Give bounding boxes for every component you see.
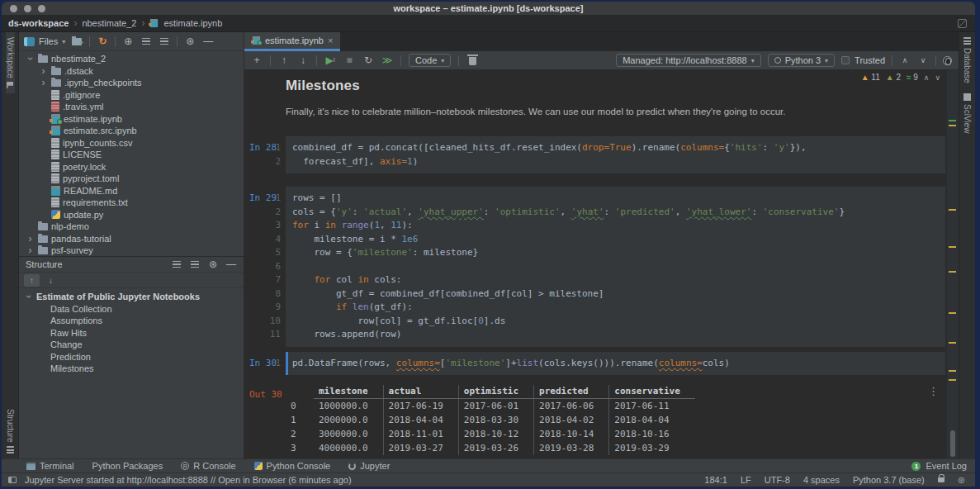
stripe-mark[interactable] <box>949 379 956 381</box>
close-window-icon[interactable] <box>10 5 17 12</box>
gear-icon[interactable]: ⊛ <box>958 475 965 486</box>
next-cell-icon[interactable]: ∨ <box>917 55 929 65</box>
file-tree-item[interactable]: ›pyproject.toml <box>19 173 244 185</box>
breadcrumb-workspace[interactable]: ds-workspace <box>8 18 69 28</box>
file-tree-item[interactable]: ›psf-survey <box>19 244 244 256</box>
chevron-icon[interactable]: › <box>25 292 33 301</box>
weak-warnings-indicator[interactable]: ▲ 2 <box>886 73 901 82</box>
locate-icon[interactable]: ⊕ <box>122 36 134 46</box>
workspace-tool-button[interactable]: Workspace <box>6 32 15 93</box>
chevron-icon[interactable]: › <box>26 235 35 243</box>
error-stripe[interactable] <box>947 70 959 458</box>
stripe-mark[interactable] <box>949 312 956 314</box>
sort-up-button[interactable]: ↑ <box>24 274 40 287</box>
breadcrumb-folder[interactable]: nbestimate_2 <box>82 18 136 28</box>
code-editor[interactable]: combined_df = pd.concat([cleaned_hits_df… <box>286 136 945 173</box>
stripe-mark[interactable] <box>949 246 956 248</box>
file-tree-item[interactable]: ›LICENSE <box>19 149 244 161</box>
stripe-mark[interactable] <box>949 125 956 126</box>
delete-cell-icon[interactable] <box>466 55 478 65</box>
tool-window-toggle-icon[interactable] <box>8 477 17 483</box>
structure-root-item[interactable]: ›Estimate of Public Jupyter Notebooks <box>19 291 244 303</box>
gear-icon[interactable]: ⊛ <box>207 259 219 269</box>
file-tree-item[interactable]: ›estimate.ipynb <box>19 113 244 126</box>
close-tab-icon[interactable]: × <box>328 36 333 45</box>
prev-cell-icon[interactable]: ∧ <box>899 55 911 65</box>
file-tree-item[interactable]: ›ipynb_counts.csv <box>19 137 244 150</box>
tool-window-r-console[interactable]: RR Console <box>181 461 235 471</box>
indent-style[interactable]: 4 spaces <box>803 475 840 485</box>
structure-item[interactable]: Prediction <box>19 351 244 363</box>
kernel-selector[interactable]: Python 3 ▾ <box>768 54 835 67</box>
tool-window-python-console[interactable]: Python Console <box>254 461 331 471</box>
caret-position[interactable]: 184:1 <box>704 475 727 485</box>
browser-preview-icon[interactable] <box>943 56 952 65</box>
line-ending[interactable]: LF <box>741 475 751 485</box>
breadcrumb-file[interactable]: estimate.ipynb <box>163 18 222 28</box>
trusted-toggle[interactable]: Trusted <box>841 55 885 65</box>
warnings-indicator[interactable]: ▲ 11 <box>861 73 880 82</box>
sync-icon[interactable]: ↻ <box>97 36 108 46</box>
tool-window-jupyter[interactable]: Jupyter <box>348 461 390 471</box>
expand-all-icon[interactable] <box>171 261 182 268</box>
run-all-icon[interactable]: ≫ <box>381 55 393 65</box>
file-tree-item[interactable]: ›README.md <box>19 185 244 197</box>
hide-panel-icon[interactable]: — <box>225 259 237 269</box>
stripe-mark[interactable] <box>949 271 956 273</box>
zoom-window-icon[interactable] <box>38 5 45 12</box>
run-cell-icon[interactable]: ▶I <box>324 55 336 65</box>
window-controls[interactable] <box>10 5 45 12</box>
interpreter-selector[interactable]: Python 3.7 (base) <box>853 475 925 485</box>
cell-type-selector[interactable]: Code▾ <box>409 54 451 67</box>
file-tree-item[interactable]: ›nlp-demo <box>19 221 244 233</box>
file-tree-item[interactable]: ›estimate.src.ipynb <box>19 125 244 137</box>
chevron-icon[interactable]: › <box>39 67 48 75</box>
prev-problem-icon[interactable]: ∧ <box>924 74 930 82</box>
file-tree-item[interactable]: ›.ipynb_checkpoints <box>19 77 244 89</box>
output-options-icon[interactable]: ⋮ <box>928 385 939 397</box>
sciview-tool-button[interactable]: SciView <box>963 88 972 138</box>
server-selector[interactable]: Managed: http://localhost:8888 ▾ <box>616 54 760 67</box>
database-tool-button[interactable]: Database <box>963 32 972 88</box>
structure-item[interactable]: Data Collection <box>19 303 244 316</box>
minimize-window-icon[interactable] <box>24 5 31 12</box>
structure-item[interactable]: Milestones <box>19 363 244 375</box>
add-cell-icon[interactable]: + <box>251 55 263 65</box>
typos-indicator[interactable]: ≈ 9 <box>907 73 918 82</box>
chevron-icon[interactable]: › <box>39 78 48 87</box>
stripe-mark[interactable] <box>949 342 956 344</box>
hide-icon[interactable]: — <box>202 36 214 46</box>
edit-source-icon[interactable] <box>958 19 967 28</box>
next-problem-icon[interactable]: ∨ <box>935 74 940 82</box>
move-cell-down-icon[interactable]: ↓ <box>297 55 309 65</box>
chevron-icon[interactable]: › <box>26 55 35 64</box>
stripe-mark[interactable] <box>949 120 956 121</box>
stripe-mark[interactable] <box>949 209 956 211</box>
file-tree-item[interactable]: ›pandas-tutorial <box>19 233 244 245</box>
collapse-all-icon[interactable] <box>189 261 201 268</box>
file-tree-item[interactable]: ›update.py <box>19 209 244 221</box>
event-log-button[interactable]: 1 Event Log <box>911 461 967 471</box>
file-tree-item[interactable]: ›requirements.txt <box>19 197 244 209</box>
trusted-checkbox[interactable] <box>841 56 850 64</box>
stop-kernel-icon[interactable]: ■ <box>343 55 355 65</box>
code-editor[interactable]: rows = []cols = {'y': 'actual', 'yhat_up… <box>286 187 945 347</box>
lock-icon[interactable] <box>938 477 944 482</box>
restart-kernel-icon[interactable]: ↻ <box>362 55 374 65</box>
code-editor[interactable]: pd.DataFrame(rows, columns=['milestone']… <box>286 352 945 376</box>
file-tree-item[interactable]: ›poetry.lock <box>19 161 244 173</box>
tool-window-python-packages[interactable]: Python Packages <box>92 461 163 471</box>
structure-item[interactable]: Raw Hits <box>19 327 244 339</box>
file-tree-item[interactable]: ›.gitignore <box>19 89 244 102</box>
structure-item[interactable]: Change <box>19 339 244 351</box>
file-encoding[interactable]: UTF-8 <box>765 475 790 485</box>
stripe-mark[interactable] <box>949 370 956 372</box>
file-tree-item[interactable]: ›nbestimate_2 <box>19 53 244 65</box>
collapse-all-icon[interactable] <box>159 38 170 45</box>
structure-item[interactable]: Assumptions <box>19 315 244 327</box>
notebook-editor[interactable]: ▲ 11 ▲ 2 ≈ 9 ∧ ∨ Milestones Finally, it'… <box>244 70 959 458</box>
expand-all-icon[interactable] <box>140 38 152 45</box>
new-folder-icon[interactable] <box>71 38 83 45</box>
chevron-icon[interactable]: › <box>26 246 35 254</box>
move-cell-up-icon[interactable]: ↑ <box>278 55 290 65</box>
